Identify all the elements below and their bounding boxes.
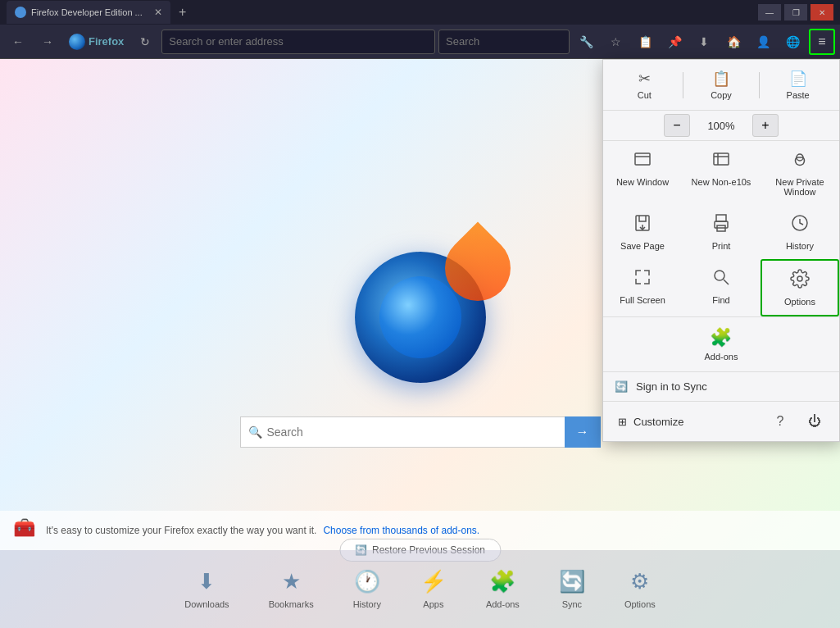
download-button[interactable]: ⬇ xyxy=(691,29,717,55)
save-page-label: Save Page xyxy=(620,241,665,251)
window-controls: — ❐ ✕ xyxy=(758,4,833,20)
full-screen-menu-item[interactable]: Full Screen xyxy=(603,259,682,316)
sign-in-label: Sign in to Sync xyxy=(636,380,707,393)
tab-title: Firefox Developer Edition ... xyxy=(31,7,149,17)
copy-button[interactable]: 📋 Copy xyxy=(687,65,756,105)
tab-close-icon[interactable]: ✕ xyxy=(154,7,162,18)
bookmark-button[interactable]: ☆ xyxy=(602,29,629,55)
options-menu-label: Options xyxy=(784,297,815,307)
copy-icon: 📋 xyxy=(712,70,730,88)
search-bar[interactable] xyxy=(438,30,570,54)
bottom-item-apps[interactable]: ⚡ Apps xyxy=(401,561,466,617)
print-label: Print xyxy=(712,241,731,251)
dropdown-menu: ✂ Cut 📋 Copy 📄 Paste − 100% + xyxy=(602,59,840,442)
search-main-input[interactable] xyxy=(240,416,565,448)
menu-grid: New Window New Non-e10s New Private Wind… xyxy=(603,141,839,317)
find-icon xyxy=(711,267,731,292)
new-window-label: New Window xyxy=(616,177,669,187)
bottom-item-options[interactable]: ⚙ Options xyxy=(605,561,675,617)
options-menu-item[interactable]: Options xyxy=(761,259,839,316)
options-menu-icon xyxy=(790,269,810,294)
forward-button[interactable]: → xyxy=(34,29,61,55)
bottom-item-sync[interactable]: 🔄 Sync xyxy=(539,561,605,617)
globe-button[interactable]: 🌐 xyxy=(779,29,806,55)
search-main-icon: 🔍 xyxy=(248,425,262,439)
minimize-button[interactable]: — xyxy=(758,4,781,20)
restore-button[interactable]: ❐ xyxy=(784,4,807,20)
bottom-item-addons[interactable]: 🧩 Add-ons xyxy=(466,561,539,617)
bookmarks-label: Bookmarks xyxy=(269,599,314,609)
options-label: Options xyxy=(624,599,656,609)
bottom-item-downloads[interactable]: ⬇ Downloads xyxy=(165,561,248,617)
print-menu-item[interactable]: Print xyxy=(682,205,761,259)
tab-area: Firefox Developer Edition ... ✕ + xyxy=(7,1,758,24)
sync-bottom-icon: 🔄 xyxy=(559,569,585,594)
zoom-minus-button[interactable]: − xyxy=(664,114,690,137)
zoom-row: − 100% + xyxy=(603,111,839,141)
bookmarks-list-button[interactable]: 📋 xyxy=(632,29,658,55)
exit-icon: ⏻ xyxy=(808,414,821,429)
print-icon xyxy=(711,213,731,238)
addons-row: 🧩 Add-ons xyxy=(603,317,839,372)
customize-menu-label: Customize xyxy=(633,416,683,428)
clipboard-row: ✂ Cut 📋 Copy 📄 Paste xyxy=(603,60,839,111)
back-button[interactable]: ← xyxy=(5,29,31,55)
menu-button[interactable]: ≡ xyxy=(809,29,835,55)
new-tab-button[interactable]: + xyxy=(174,3,191,21)
new-window-menu-item[interactable]: New Window xyxy=(603,141,682,205)
new-window-icon xyxy=(633,149,652,174)
titlebar: Firefox Developer Edition ... ✕ + — ❐ ✕ xyxy=(0,0,840,25)
menu-bottom-row: ⊞ Customize ? ⏻ xyxy=(603,402,839,441)
divider xyxy=(683,72,683,98)
sync-button[interactable]: 👤 xyxy=(750,29,776,55)
addons-menu-item[interactable]: 🧩 Add-ons xyxy=(685,324,758,365)
help-button[interactable]: ? xyxy=(767,408,793,435)
cut-button[interactable]: ✂ Cut xyxy=(610,65,679,105)
customize-link[interactable]: Choose from thousands of add-ons. xyxy=(323,525,479,536)
zoom-plus-button[interactable]: + xyxy=(752,114,779,137)
cut-label: Cut xyxy=(638,90,652,100)
tools-button[interactable]: 🔧 xyxy=(573,29,599,55)
toolbar: ← → Firefox ↻ 🔧 ☆ 📋 📌 ⬇ 🏠 👤 🌐 ≡ xyxy=(0,25,840,59)
history-icon xyxy=(790,213,810,238)
apps-icon: ⚡ xyxy=(420,569,447,594)
search-main-button[interactable]: → xyxy=(565,416,601,448)
downloads-icon: ⬇ xyxy=(198,569,216,594)
find-label: Find xyxy=(712,295,729,305)
reload-button[interactable]: ↻ xyxy=(132,29,158,55)
customize-text: It's easy to customize your Firefox exac… xyxy=(46,525,316,536)
firefox-home-button[interactable]: Firefox xyxy=(64,34,129,50)
address-bar[interactable] xyxy=(161,30,435,54)
new-non-e10s-menu-item[interactable]: New Non-e10s xyxy=(682,141,761,205)
paste-label: Paste xyxy=(787,90,810,100)
customize-menu-icon: ⊞ xyxy=(618,416,627,428)
close-button[interactable]: ✕ xyxy=(810,4,833,20)
active-tab[interactable]: Firefox Developer Edition ... ✕ xyxy=(7,1,170,24)
firefox-label: Firefox xyxy=(89,35,124,48)
bottom-item-history[interactable]: 🕐 History xyxy=(334,561,401,617)
history-bottom-icon: 🕐 xyxy=(354,569,380,594)
history-menu-item[interactable]: History xyxy=(761,205,839,259)
sync-menu-icon: 🔄 xyxy=(615,380,628,393)
full-screen-label: Full Screen xyxy=(620,295,665,305)
divider2 xyxy=(759,72,760,98)
help-icon: ? xyxy=(777,414,784,429)
history-label: History xyxy=(353,599,381,609)
exit-button[interactable]: ⏻ xyxy=(801,408,828,435)
sign-in-sync-row[interactable]: 🔄 Sign in to Sync xyxy=(603,372,839,402)
find-menu-item[interactable]: Find xyxy=(682,259,761,316)
customize-menu-button[interactable]: ⊞ Customize xyxy=(615,412,759,431)
new-private-menu-item[interactable]: New Private Window xyxy=(761,141,839,205)
addons-menu-icon: 🧩 xyxy=(710,327,732,348)
home-button[interactable]: 🏠 xyxy=(720,29,747,55)
svg-rect-0 xyxy=(635,153,650,165)
pocket-button[interactable]: 📌 xyxy=(661,29,688,55)
addons-bottom-icon: 🧩 xyxy=(489,569,515,594)
paste-button[interactable]: 📄 Paste xyxy=(763,65,833,105)
svg-rect-9 xyxy=(716,215,726,221)
bookmarks-icon: ★ xyxy=(282,569,301,594)
bottom-item-bookmarks[interactable]: ★ Bookmarks xyxy=(249,561,334,617)
addons-label: Add-ons xyxy=(486,599,520,609)
save-page-menu-item[interactable]: Save Page xyxy=(603,205,682,259)
svg-rect-2 xyxy=(714,153,729,165)
